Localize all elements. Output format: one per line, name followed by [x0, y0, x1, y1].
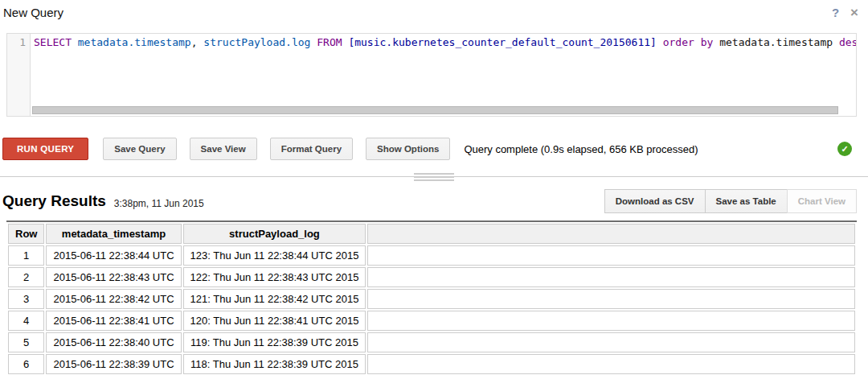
results-table-container: Rowmetadata_timestampstructPayload_log 1…	[6, 220, 857, 375]
sql-token-pln	[713, 36, 719, 48]
sql-token-fld: metadata.timestamp	[78, 36, 191, 48]
cell-filler	[367, 289, 855, 309]
cell-structpayload_log: 120: Thu Jun 11 22:38:41 UTC 2015	[183, 311, 366, 331]
save-query-button[interactable]: Save Query	[103, 138, 176, 160]
cell-structpayload_log: 123: Thu Jun 11 22:38:44 UTC 2015	[183, 245, 366, 266]
panel-splitter	[0, 171, 868, 183]
sql-token-tbl: [music.kubernetes_counter_default_count_…	[348, 36, 657, 48]
table-row: 52015-06-11 22:38:40 UTC119: Thu Jun 11 …	[8, 332, 855, 352]
cell-row: 3	[8, 289, 44, 309]
table-body: 12015-06-11 22:38:44 UTC123: Thu Jun 11 …	[8, 245, 855, 374]
cell-metadata_timestamp: 2015-06-11 22:38:42 UTC	[46, 289, 181, 309]
cell-filler	[367, 332, 855, 352]
cell-structpayload_log: 118: Thu Jun 11 22:38:39 UTC 2015	[183, 354, 366, 374]
cell-filler	[367, 245, 855, 266]
query-toolbar: RUN QUERY Save QuerySave ViewFormat Quer…	[2, 138, 857, 160]
cell-row: 6	[8, 354, 44, 374]
toolbar-buttons: Save QuerySave ViewFormat QueryShow Opti…	[103, 138, 450, 160]
chart-view-button: Chart View	[787, 189, 857, 213]
save-as-table-button[interactable]: Save as Table	[705, 189, 788, 213]
sql-token-kw: SELECT	[34, 36, 72, 48]
sql-token-pln	[694, 36, 701, 48]
cell-filler	[367, 311, 855, 331]
sql-token-pln: ,	[191, 36, 204, 48]
column-header-metadata_timestamp: metadata_timestamp	[46, 224, 181, 244]
splitter-grip-handle[interactable]	[414, 172, 454, 182]
sql-token-kw: desc	[839, 36, 856, 48]
sql-editor[interactable]: 1 SELECT metadata.timestamp, structPaylo…	[6, 33, 857, 117]
results-table: Rowmetadata_timestampstructPayload_log 1…	[6, 222, 857, 375]
column-header-row: Row	[8, 224, 44, 244]
cell-metadata_timestamp: 2015-06-11 22:38:40 UTC	[46, 332, 181, 352]
results-timestamp: 3:38pm, 11 Jun 2015	[114, 194, 204, 209]
cell-filler	[367, 354, 855, 374]
cell-row: 4	[8, 311, 44, 331]
query-panel-header: New Query ? ×	[0, 0, 868, 23]
table-row: 32015-06-11 22:38:42 UTC121: Thu Jun 11 …	[8, 289, 855, 309]
sql-token-pln: metadata.timestamp	[719, 36, 833, 48]
table-row: 12015-06-11 22:38:44 UTC123: Thu Jun 11 …	[8, 245, 855, 266]
table-row: 22015-06-11 22:38:43 UTC122: Thu Jun 11 …	[8, 267, 855, 287]
download-as-csv-button[interactable]: Download as CSV	[604, 189, 706, 213]
sql-query-text[interactable]: SELECT metadata.timestamp, structPayload…	[31, 34, 856, 116]
format-query-button[interactable]: Format Query	[270, 138, 353, 160]
page-title: New Query	[3, 6, 63, 19]
cell-row: 2	[8, 267, 44, 287]
cell-row: 1	[8, 245, 44, 266]
cell-structpayload_log: 119: Thu Jun 11 22:38:39 UTC 2015	[183, 332, 366, 352]
cell-metadata_timestamp: 2015-06-11 22:38:44 UTC	[46, 245, 181, 266]
save-view-button[interactable]: Save View	[190, 138, 257, 160]
table-row: 62015-06-11 22:38:39 UTC118: Thu Jun 11 …	[8, 354, 855, 374]
table-row: 42015-06-11 22:38:41 UTC120: Thu Jun 11 …	[8, 311, 855, 331]
query-status-text: Query complete (0.9s elapsed, 656 KB pro…	[464, 143, 698, 155]
results-action-buttons: Download as CSVSave as TableChart View	[605, 189, 857, 213]
query-complete-check-icon: ✓	[837, 142, 852, 156]
sql-token-fld: structPayload.log	[203, 36, 310, 48]
column-header-structpayload_log: structPayload_log	[183, 224, 366, 244]
show-options-button[interactable]: Show Options	[366, 138, 450, 160]
sql-token-kw: FROM	[317, 36, 342, 48]
cell-filler	[367, 267, 855, 287]
column-header-filler	[367, 224, 855, 244]
close-icon[interactable]: ×	[850, 7, 858, 19]
scrollbar-thumb[interactable]	[32, 106, 838, 114]
editor-horizontal-scrollbar[interactable]	[32, 106, 854, 115]
sql-token-kw: order	[663, 36, 694, 48]
cell-metadata_timestamp: 2015-06-11 22:38:43 UTC	[46, 267, 181, 287]
cell-metadata_timestamp: 2015-06-11 22:38:41 UTC	[46, 311, 181, 331]
sql-token-kw: by	[701, 36, 714, 48]
sql-token-pln	[657, 36, 663, 48]
results-title: Query Results	[2, 192, 106, 210]
cell-row: 5	[8, 332, 44, 352]
sql-token-pln	[72, 36, 78, 48]
help-icon[interactable]: ?	[832, 6, 839, 19]
cell-metadata_timestamp: 2015-06-11 22:38:39 UTC	[46, 354, 181, 374]
header-icons: ? ×	[832, 6, 858, 19]
editor-gutter: 1	[7, 34, 31, 116]
cell-structpayload_log: 122: Thu Jun 11 22:38:43 UTC 2015	[183, 267, 366, 287]
table-header-row: Rowmetadata_timestampstructPayload_log	[8, 224, 855, 244]
results-header: Query Results 3:38pm, 11 Jun 2015 Downlo…	[2, 189, 857, 213]
run-query-button[interactable]: RUN QUERY	[2, 138, 88, 160]
sql-token-pln	[833, 36, 839, 48]
cell-structpayload_log: 121: Thu Jun 11 22:38:42 UTC 2015	[183, 289, 366, 309]
line-number: 1	[7, 34, 30, 48]
